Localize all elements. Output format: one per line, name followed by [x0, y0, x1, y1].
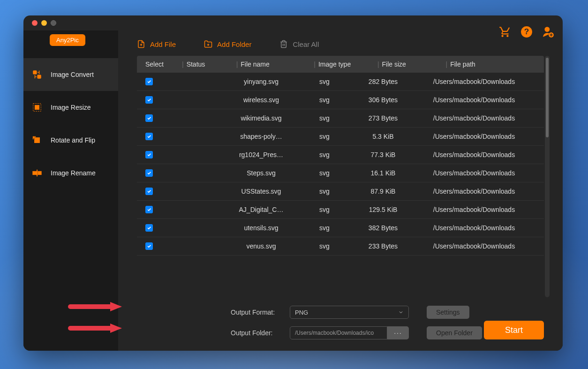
row-filename: yinyang.svg	[226, 78, 296, 85]
row-type: svg	[296, 206, 353, 213]
table-row[interactable]: venus.svg svg 233 Bytes /Users/macbook/D…	[137, 237, 544, 256]
scrollbar-thumb[interactable]	[546, 58, 549, 137]
row-path: /Users/macbook/Downloads	[414, 169, 544, 177]
table-row[interactable]: shapes-poly… svg 5.3 KiB /Users/macbook/…	[137, 128, 544, 146]
row-checkbox[interactable]	[145, 114, 153, 122]
row-checkbox[interactable]	[145, 206, 153, 213]
row-path: /Users/macbook/Downloads	[414, 224, 544, 232]
svg-rect-10	[38, 171, 41, 174]
row-filename: shapes-poly…	[226, 133, 296, 140]
output-folder-label: Output Folder:	[231, 329, 281, 337]
table-row[interactable]: AJ_Digital_C… svg 129.5 KiB /Users/macbo…	[137, 201, 544, 219]
sidebar-item-image-convert[interactable]: Image Convert	[23, 58, 118, 91]
row-type: svg	[296, 242, 353, 250]
sidebar-item-label: Image Resize	[51, 104, 91, 111]
row-type: svg	[296, 224, 353, 232]
add-file-button[interactable]: Add File	[137, 40, 176, 48]
main-panel: Add File Add Folder Clear All Select | S…	[118, 30, 563, 351]
add-file-icon	[137, 40, 145, 48]
user-add-icon[interactable]	[542, 26, 554, 38]
toolbar: Add File Add Folder Clear All	[118, 30, 563, 56]
row-filename: utensils.svg	[226, 224, 296, 232]
output-format-dropdown[interactable]: PNG	[290, 306, 409, 319]
clear-all-button[interactable]: Clear All	[279, 40, 319, 48]
sidebar-item-image-resize[interactable]: Image Resize	[23, 91, 118, 124]
scrollbar[interactable]	[545, 56, 550, 297]
open-folder-button[interactable]: Open Folder	[427, 326, 482, 339]
window-controls	[32, 20, 56, 26]
start-button[interactable]: Start	[484, 321, 544, 339]
row-path: /Users/macbook/Downloads	[414, 133, 544, 140]
chevron-down-icon	[398, 309, 404, 315]
row-checkbox[interactable]	[145, 96, 153, 104]
sidebar-item-label: Image Rename	[51, 169, 96, 177]
output-folder-input[interactable]: /Users/macbook/Downloads/ico	[290, 326, 387, 339]
row-type: svg	[296, 188, 353, 195]
row-type: svg	[296, 169, 353, 177]
browse-folder-button[interactable]: ···	[387, 326, 409, 339]
maximize-window-button[interactable]	[51, 20, 56, 26]
row-filename: rg1024_Pres…	[226, 151, 296, 158]
row-filename: wikimedia.svg	[226, 114, 296, 122]
help-icon[interactable]: ?	[520, 26, 533, 38]
table-row[interactable]: rg1024_Pres… svg 77.3 KiB /Users/macbook…	[137, 146, 544, 164]
cart-icon[interactable]	[499, 26, 511, 38]
table-header-row: Select | Status | File name | Image type…	[137, 56, 544, 73]
row-type: svg	[296, 151, 353, 158]
minimize-window-button[interactable]	[41, 20, 47, 26]
row-filename: AJ_Digital_C…	[226, 206, 296, 213]
row-path: /Users/macbook/Downloads	[414, 206, 544, 213]
row-size: 5.3 KiB	[353, 133, 414, 140]
footer-panel: Output Format: PNG Settings Output Folde…	[118, 297, 563, 351]
sidebar-item-rotate-and-flip[interactable]: Rotate and Flip	[23, 124, 118, 157]
svg-rect-8	[35, 138, 40, 143]
rename-icon	[32, 168, 42, 178]
svg-rect-9	[33, 171, 37, 174]
row-checkbox[interactable]	[145, 133, 153, 140]
svg-rect-4	[33, 71, 37, 74]
row-filename: Steps.svg	[226, 169, 296, 177]
rotate-icon	[32, 135, 42, 145]
app-window: ? Any2Pic Image ConvertImage ResizeRotat…	[23, 15, 563, 351]
row-size: 87.9 KiB	[353, 188, 414, 195]
table-row[interactable]: USStates.svg svg 87.9 KiB /Users/macbook…	[137, 182, 544, 201]
row-checkbox[interactable]	[145, 78, 153, 85]
table-row[interactable]: yinyang.svg svg 282 Bytes /Users/macbook…	[137, 73, 544, 91]
row-size: 273 Bytes	[353, 114, 414, 122]
row-path: /Users/macbook/Downloads	[414, 188, 544, 195]
table-row[interactable]: wikimedia.svg svg 273 Bytes /Users/macbo…	[137, 109, 544, 128]
row-checkbox[interactable]	[145, 224, 153, 232]
file-table: Select | Status | File name | Image type…	[118, 56, 563, 297]
resize-icon	[32, 102, 42, 113]
row-size: 129.5 KiB	[353, 206, 414, 213]
svg-point-2	[544, 27, 550, 32]
row-checkbox[interactable]	[145, 169, 153, 177]
settings-button[interactable]: Settings	[427, 306, 469, 319]
sidebar-item-image-rename[interactable]: Image Rename	[23, 157, 118, 189]
sidebar: Any2Pic Image ConvertImage ResizeRotate …	[23, 30, 118, 351]
table-row[interactable]: wireless.svg svg 306 Bytes /Users/macboo…	[137, 91, 544, 109]
sidebar-item-label: Rotate and Flip	[51, 136, 95, 144]
row-size: 233 Bytes	[353, 242, 414, 250]
row-checkbox[interactable]	[145, 242, 153, 250]
app-name-badge: Any2Pic	[50, 34, 85, 46]
row-filename: USStates.svg	[226, 188, 296, 195]
table-row[interactable]: utensils.svg svg 382 Bytes /Users/macboo…	[137, 219, 544, 237]
row-path: /Users/macbook/Downloads	[414, 242, 544, 250]
convert-icon	[32, 69, 42, 80]
row-size: 382 Bytes	[353, 224, 414, 232]
table-row[interactable]: Steps.svg svg 16.1 KiB /Users/macbook/Do…	[137, 164, 544, 182]
output-format-label: Output Format:	[231, 309, 281, 316]
row-type: svg	[296, 114, 353, 122]
row-size: 282 Bytes	[353, 78, 414, 85]
row-size: 16.1 KiB	[353, 169, 414, 177]
row-filename: wireless.svg	[226, 96, 296, 104]
row-checkbox[interactable]	[145, 188, 153, 195]
close-window-button[interactable]	[32, 20, 38, 26]
titlebar: ?	[23, 15, 563, 30]
add-folder-icon	[204, 40, 212, 48]
add-folder-button[interactable]: Add Folder	[204, 40, 251, 48]
row-size: 306 Bytes	[353, 96, 414, 104]
row-path: /Users/macbook/Downloads	[414, 151, 544, 158]
row-checkbox[interactable]	[145, 151, 153, 158]
